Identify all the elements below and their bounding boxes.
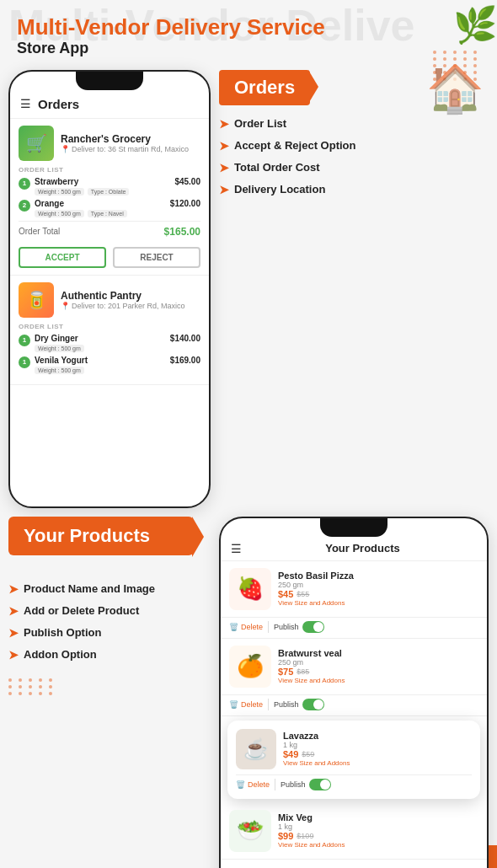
order-item-number: 1 [19,335,30,346]
phone-right: ☰ Your Products 🍓 Pesto Basil Pizza 250 … [219,517,489,868]
feature-item: ➤ Addon Option [8,648,211,662]
product-price-current-4: $99 [278,831,293,841]
order-item-name: Venila Yogurt [35,356,170,365]
feature-label: Product Name and Image [24,582,155,595]
phone-left-header: ☰ Orders [10,90,209,119]
orders-feature-list: ➤ Order List ➤ Accept & Reject Option ➤ … [219,117,489,196]
order-item-name: Dry Ginger [35,334,170,343]
feature-label: Order List [234,117,286,130]
product-section-1: 🍓 Pesto Basil Pizza 250 gm $45 $55 View … [221,561,487,639]
chevron-icon: ➤ [8,582,19,596]
publish-toggle-3[interactable] [309,779,331,790]
location-pin-icon: 📍 [61,302,70,310]
delete-button-2[interactable]: 🗑️ Delete [229,700,263,709]
your-products-banner: Your Products [8,517,194,555]
product-actions-3: 🗑️ Delete Publish [236,774,472,790]
order-total-label: Order Total [19,227,60,236]
order-list-label-2: ORDER LIST [19,323,200,330]
order-item-price: $120.00 [170,199,200,208]
order-item-price: $140.00 [170,334,200,343]
publish-toggle-1[interactable] [302,621,324,633]
product-prices-3: $49 $59 [283,749,472,759]
order-item-name: Orange [35,199,170,208]
your-products-info-panel: Your Products ➤ Product Name and Image ➤… [8,517,211,868]
order-actions: ACCEPT REJECT [19,247,200,268]
delete-label: Delete [248,780,270,789]
product-name-1: Pesto Basil Pizza [278,571,478,581]
trash-icon: 🗑️ [236,780,245,789]
store-info-1: 🛒 Rancher's Grocery 📍 Deliver to: 36 St … [19,126,200,161]
trash-icon: 🗑️ [229,623,238,631]
product-image-1: 🍓 [229,568,271,610]
product-image-2: 🍊 [229,646,271,688]
order-item-price: $45.00 [174,177,200,186]
chevron-icon: ➤ [219,183,229,196]
section-orders: ☰ Orders 🛒 Rancher's Grocery 📍 Deliver t… [0,62,497,517]
hamburger-icon[interactable]: ☰ [20,97,31,110]
feature-label: Total Order Cost [234,161,320,174]
order-tag: Type : Oblate [88,188,130,196]
delete-button-3[interactable]: 🗑️ Delete [236,780,270,789]
product-item-2: 🍊 Bratwurst veal 250 gm $75 $85 View Siz… [221,639,487,695]
order-tag: Weight : 500 gm [35,210,84,217]
order-tag: Type : Navel [88,210,127,217]
product-weight-4: 1 kg [278,822,478,831]
publish-label: Publish [274,623,299,631]
product-section-4: 🥗 Mix Veg 1 kg $99 $109 View Size and Ad… [221,803,487,860]
header: Multi-Vendor Delivery Service Store App [0,0,497,62]
product-item-4: 🥗 Mix Veg 1 kg $99 $109 View Size and Ad… [221,803,487,860]
app-title: Multi-Vendor Delivery Service [17,15,480,40]
product-item-3: ☕ Lavazza 1 kg $49 $59 View Size and Add… [236,729,472,769]
publish-label: Publish [274,700,299,709]
publish-button-2[interactable]: Publish [274,699,324,710]
accept-button[interactable]: ACCEPT [19,247,106,268]
product-image-4: 🥗 [229,810,271,852]
chevron-icon: ➤ [219,117,229,131]
section-your-products: Your Products ➤ Product Name and Image ➤… [0,517,497,868]
reject-button[interactable]: REJECT [113,247,200,268]
delete-button-1[interactable]: 🗑️ Delete [229,623,263,631]
view-addons-link-4[interactable]: View Size and Addons [278,841,478,849]
store-info-2: 🥫 Authentic Pantry 📍 Deliver to: 201 Par… [19,282,200,318]
product-prices-1: $45 $55 [278,589,478,599]
store-image-1: 🛒 [19,126,54,161]
publish-toggle-2[interactable] [302,699,324,710]
feature-item: ➤ Product Name and Image [8,582,211,596]
order-list-label-1: ORDER LIST [19,166,200,174]
divider [275,779,275,790]
product-item-1: 🍓 Pesto Basil Pizza 250 gm $45 $55 View … [221,561,487,618]
order-item-price: $169.00 [170,356,200,365]
chevron-icon: ➤ [8,626,19,640]
chevron-icon: ➤ [8,604,19,618]
feature-label: Delivery Location [234,183,325,196]
divider [268,699,269,710]
publish-label: Publish [281,780,306,789]
phone-notch-right [320,518,387,537]
order-item-2-1: 1 Dry Ginger $140.00 Weight : 500 gm [19,334,200,352]
publish-button-3[interactable]: Publish [281,779,331,790]
order-tag: Weight : 500 gm [35,188,84,196]
chevron-icon: ➤ [219,161,229,174]
product-image-3: ☕ [236,729,276,769]
your-products-feature-list: ➤ Product Name and Image ➤ Add or Delete… [8,582,211,662]
view-addons-link-1[interactable]: View Size and Addons [278,599,478,607]
publish-button-1[interactable]: Publish [274,621,324,633]
product-actions-1: 🗑️ Delete Publish [221,618,487,639]
feature-label: Accept & Reject Option [234,139,355,152]
product-price-current-1: $45 [278,589,293,599]
product-price-current-2: $75 [278,667,293,677]
store-name-2: Authentic Pantry [61,290,185,302]
chevron-icon: ➤ [8,648,19,662]
product-floating-card-3: ☕ Lavazza 1 kg $49 $59 View Size and Add… [227,721,480,799]
your-products-screen-title: Your Products [248,542,477,555]
view-addons-link-3[interactable]: View Size and Addons [283,759,472,767]
product-name-4: Mix Veg [278,812,478,822]
product-price-old-3: $59 [302,750,314,758]
view-addons-link-2[interactable]: View Size and Addons [278,677,478,684]
product-actions-2: 🗑️ Delete Publish [221,695,487,716]
hamburger-icon-right[interactable]: ☰ [231,542,242,555]
feature-item: ➤ Delivery Location [219,183,489,196]
order-item-name: Strawberry [35,177,174,186]
order-item-1-1: 1 Strawberry $45.00 Weight : 500 gm Type… [19,177,200,196]
order-item-number: 1 [19,356,30,368]
